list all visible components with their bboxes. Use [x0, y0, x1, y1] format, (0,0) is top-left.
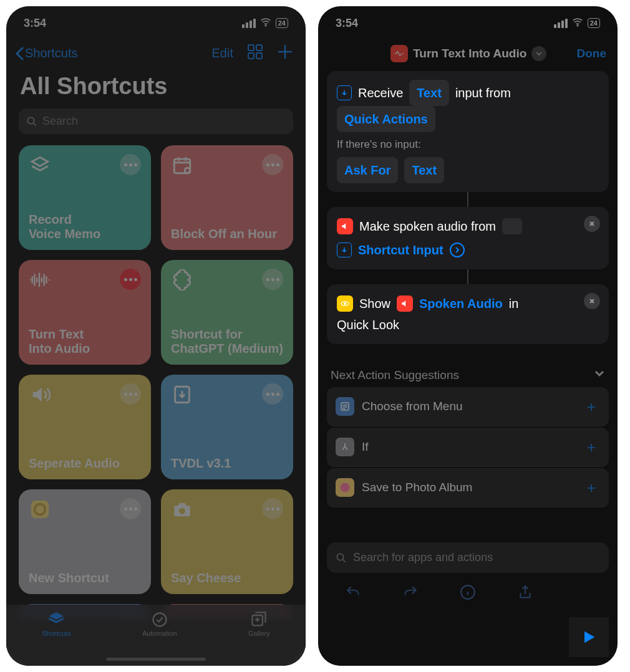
card-icon [29, 269, 51, 291]
back-button[interactable]: Shortcuts [15, 46, 77, 60]
shortcuts-library-screen: 3:54 24 Shortcuts Edit All Shortcuts [6, 6, 306, 666]
card-icon [171, 383, 193, 406]
layers-icon [47, 611, 65, 628]
nav-bar: Shortcuts Edit [6, 40, 306, 67]
battery-icon: 24 [276, 18, 288, 28]
clock: 3:54 [336, 17, 358, 30]
suggestion-label: If [362, 440, 369, 454]
undo-icon[interactable] [344, 584, 362, 603]
card-title: Turn TextInto Audio [29, 327, 141, 356]
suggestion-icon [336, 397, 354, 416]
no-input-label: If there's no input: [337, 138, 599, 151]
svg-point-14 [577, 25, 578, 26]
svg-point-18 [341, 483, 350, 492]
suggestion-row[interactable]: Choose from Menu ＋ [327, 387, 609, 426]
add-suggestion-icon[interactable]: ＋ [584, 396, 599, 416]
done-button[interactable]: Done [576, 47, 606, 60]
suggestion-row[interactable]: If ＋ [327, 428, 609, 467]
shortcut-input-variable[interactable]: Shortcut Input [358, 239, 443, 261]
editor-toolbar: . [318, 573, 618, 603]
suggestion-label: Save to Photo Album [362, 481, 472, 494]
suggestion-row[interactable]: Save to Photo Album ＋ [327, 468, 609, 507]
edit-button[interactable]: Edit [212, 46, 233, 60]
status-bar: 3:54 24 [318, 6, 618, 40]
connector [467, 269, 468, 284]
plus-icon[interactable] [277, 44, 293, 63]
card-title: Block Off an Hour [171, 227, 283, 241]
variable-placeholder[interactable] [502, 218, 522, 234]
shortcut-icon [390, 45, 408, 62]
tab-bar: Shortcuts Automation Gallery [6, 605, 306, 666]
action-quick-look[interactable]: Show Spoken Audio in Quick Look [327, 284, 609, 344]
svg-point-12 [153, 613, 166, 626]
chevron-down-icon[interactable] [531, 46, 546, 61]
tab-shortcuts[interactable]: Shortcuts [42, 611, 70, 637]
shortcut-card[interactable]: Shortcut for ChatGPT (Medium) [161, 260, 293, 365]
add-suggestion-icon[interactable]: ＋ [584, 437, 599, 457]
card-icon [171, 269, 193, 291]
grid-icon[interactable] [247, 44, 263, 63]
card-more-icon[interactable] [120, 498, 141, 519]
search-input[interactable] [42, 115, 286, 128]
card-more-icon[interactable] [262, 498, 283, 519]
shortcut-card[interactable]: New Shortcut [19, 489, 151, 594]
disclosure-icon[interactable] [450, 242, 465, 257]
connector [467, 192, 468, 207]
battery-icon: 24 [588, 18, 600, 28]
delete-action-icon[interactable] [584, 293, 600, 309]
card-more-icon[interactable] [262, 154, 283, 175]
speaker-icon [397, 295, 413, 312]
card-title: TVDL v3.1 [171, 456, 283, 471]
card-more-icon[interactable] [120, 154, 141, 175]
info-icon[interactable] [458, 584, 477, 603]
next-action-suggestions: Next Action Suggestions Choose from Menu… [318, 368, 618, 507]
card-title: Say Cheese [171, 571, 283, 585]
suggestion-icon [336, 438, 354, 456]
back-label: Shortcuts [25, 46, 77, 60]
quick-actions-token[interactable]: Quick Actions [337, 106, 435, 132]
cellular-icon [242, 19, 256, 28]
card-icon [29, 498, 51, 521]
run-button[interactable] [569, 617, 609, 657]
redo-icon[interactable] [401, 584, 420, 603]
delete-action-icon[interactable] [584, 216, 600, 232]
ask-for-token[interactable]: Ask For [337, 157, 398, 183]
wifi-icon [259, 16, 272, 31]
shortcuts-grid: RecordVoice Memo Block Off an Hour Turn … [6, 145, 306, 619]
action-make-spoken-audio[interactable]: Make spoken audio from Shortcut Input [327, 207, 609, 269]
shortcut-card[interactable]: Seperate Audio [19, 375, 151, 479]
eye-icon [337, 295, 353, 312]
search-bar[interactable] [19, 108, 293, 134]
tab-gallery[interactable]: Gallery [248, 611, 270, 637]
clock: 3:54 [24, 17, 46, 30]
clock-check-icon [151, 611, 168, 628]
action-receive-input[interactable]: Receive Text input from Quick Actions If… [327, 71, 609, 192]
editor-nav: Turn Text Into Audio Done [318, 40, 618, 71]
card-title: New Shortcut [29, 571, 141, 585]
shortcut-card[interactable]: RecordVoice Memo [19, 145, 151, 250]
suggestions-title: Next Action Suggestions [331, 368, 459, 382]
card-more-icon[interactable] [120, 269, 141, 290]
share-icon[interactable] [516, 584, 535, 603]
text-param-token[interactable]: Text [404, 157, 444, 183]
tab-automation[interactable]: Automation [142, 611, 177, 637]
shortcut-card[interactable]: Say Cheese [161, 489, 293, 594]
action-search-bar[interactable]: Search for apps and actions [327, 542, 609, 573]
spoken-audio-variable[interactable]: Spoken Audio [419, 293, 503, 314]
shortcut-card[interactable]: Block Off an Hour [161, 145, 293, 250]
svg-point-5 [27, 117, 34, 124]
card-more-icon[interactable] [120, 383, 141, 405]
svg-rect-1 [248, 45, 254, 50]
card-more-icon[interactable] [262, 269, 283, 290]
text-type-token[interactable]: Text [409, 80, 449, 106]
cellular-icon [554, 19, 568, 28]
add-suggestion-icon[interactable]: ＋ [584, 478, 599, 497]
card-more-icon[interactable] [262, 383, 283, 405]
card-icon [29, 383, 51, 406]
shortcut-title[interactable]: Turn Text Into Audio [413, 47, 526, 60]
shortcut-card[interactable]: Turn TextInto Audio [19, 260, 151, 365]
shortcut-editor-screen: 3:54 24 Turn Text Into Audio Done [318, 6, 618, 666]
chevron-down-icon[interactable] [594, 368, 605, 382]
shortcut-card[interactable]: TVDL v3.1 [161, 375, 293, 479]
card-title: Seperate Audio [29, 456, 141, 471]
